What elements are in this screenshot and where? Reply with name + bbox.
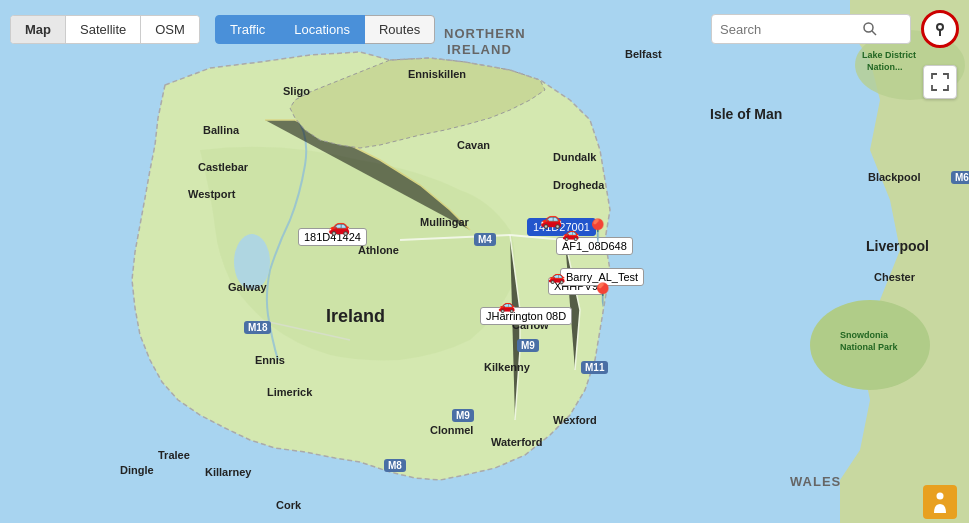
vehicle-icon-JHarrington[interactable]: 🚗 [498,297,515,313]
svg-text:Nation...: Nation... [867,62,903,72]
svg-point-11 [938,25,942,29]
road-m9-a: M9 [517,339,539,352]
map-type-group: Map Satellite OSM [10,15,200,44]
map-type-osm-btn[interactable]: OSM [141,16,199,43]
search-submit-btn[interactable] [860,19,880,39]
vehicle-label-JHarrington[interactable]: JHarrington 08D [480,307,572,325]
right-controls: + − [923,65,957,523]
road-m9-b: M9 [452,409,474,422]
vehicle-icon-AF1-08D648[interactable]: 🚗 [562,225,579,241]
search-bar [711,14,911,44]
search-input[interactable] [720,22,860,37]
overlay-traffic-btn[interactable]: Traffic [215,15,280,44]
overlay-routes-btn[interactable]: Routes [364,15,435,44]
svg-point-7 [234,234,270,290]
vehicle-icon-141D27001[interactable]: 🚗 [540,208,562,230]
person-control [923,285,957,519]
svg-text:National Park: National Park [840,342,899,352]
person-icon [930,491,950,513]
map-type-satellite-btn[interactable]: Satellite [66,16,141,43]
road-m8: M8 [384,459,406,472]
overlay-btn-group: Traffic Locations Routes [216,15,435,44]
search-icon [862,21,878,37]
road-m18: M18 [244,321,271,334]
street-view-btn[interactable] [923,485,957,519]
map-background: Lake District Nation... Snowdonia Nation… [0,0,969,523]
fullscreen-icon [931,73,949,91]
vehicle-icon-181D41424[interactable]: 🚗 [328,215,350,237]
map-pin-red[interactable]: 📍 [589,282,616,308]
map-container: Lake District Nation... Snowdonia Nation… [0,0,969,523]
vehicle-icon-XHHPV9[interactable]: 🚗 [548,268,565,284]
svg-line-9 [872,31,876,35]
svg-text:Snowdonia: Snowdonia [840,330,889,340]
map-type-map-btn[interactable]: Map [11,16,66,43]
map-pin-orange[interactable]: 📍 [584,218,611,244]
pin-icon [931,20,949,38]
location-pin-btn[interactable] [921,10,959,48]
road-m11: M11 [581,361,608,374]
top-bar: Map Satellite OSM Traffic Locations Rout… [10,10,959,48]
road-m4: M4 [474,233,496,246]
svg-text:Lake District: Lake District [862,50,916,60]
overlay-locations-btn[interactable]: Locations [279,15,365,44]
fullscreen-btn[interactable] [923,65,957,99]
svg-point-12 [937,493,944,500]
svg-point-8 [864,23,873,32]
